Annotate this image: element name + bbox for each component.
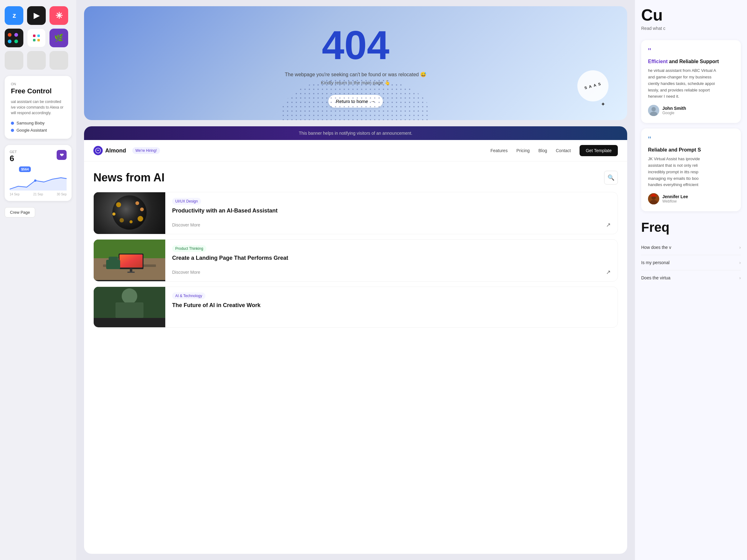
author-name-1: John Smith [662,106,686,111]
nav-features[interactable]: Features [491,148,508,153]
faq-question-2: Is my personal [641,260,670,265]
almond-nav-links: Features Pricing Blog Contact Get Templa… [491,145,618,156]
svg-point-16 [129,220,133,223]
voice-control-card: ON Free Control ual assistant can be con… [5,76,72,139]
testimonial-card-2: " Reliable and Prompt S JK Virtual Assis… [641,129,741,211]
almond-logo-icon [93,146,103,155]
blog-header-row: News from AI 🔍 [93,171,618,185]
404-card: 404 The webpage you're seeking can't be … [84,6,627,120]
svg-rect-0 [33,34,35,37]
chart-value: 6 [10,154,17,163]
blog-card-image-1 [94,192,165,234]
blog-card-image-3 [94,287,165,327]
discover-text-1: Discover More [172,222,200,228]
svg-point-14 [112,212,115,216]
blog-card-title-1: Productivity with an AI-Based Assistant [172,207,611,214]
left-panel: z ▶ ✳ 🌿 ON Free Control ual assistant ca… [0,0,76,560]
placeholder-icon-3 [50,51,68,70]
saas-text: S A A S [584,81,602,90]
faq-question-1: How does the v [641,245,671,250]
svg-rect-1 [37,34,40,37]
voice-on-label: ON [11,82,66,86]
slack-app-icon[interactable] [27,29,46,47]
saas-badge: S A A S [577,70,609,101]
svg-point-12 [120,218,124,222]
discover-text-2: Discover More [172,270,200,275]
blog-card-image-2 [94,240,165,281]
author-info-1: John Smith Google [662,106,686,115]
faq-chevron-3: › [739,275,741,280]
testimonial-author-2: Jennifer Lee Webflow [648,193,734,205]
svg-point-9 [112,195,147,230]
svg-point-31 [651,107,656,111]
svg-rect-29 [115,302,144,318]
faq-item-2[interactable]: Is my personal › [641,255,741,270]
svg-rect-2 [33,39,35,42]
faq-question-3: Does the virtua [641,275,670,280]
framer-app-icon[interactable]: ▶ [27,6,46,25]
blog-card-title-3: The Future of AI in Creative Work [172,302,611,309]
faq-chevron-1: › [739,245,741,250]
blog-search-button[interactable]: 🔍 [604,171,618,185]
author-company-1: Google [662,111,686,115]
testimonial-text-1: he virtual assistant from ABC Virtual A … [648,68,734,100]
leaf-app-icon[interactable]: 🌿 [50,29,68,47]
crew-page-button[interactable]: Crew Page [5,207,35,217]
almond-card: This banner helps in notifying visitors … [84,126,627,554]
google-assistant-item: Google Assistant [11,128,66,133]
svg-rect-3 [37,39,40,42]
svg-rect-37 [652,194,655,196]
svg-point-28 [122,288,137,304]
chart-svg [10,173,67,191]
get-template-button[interactable]: Get Template [579,145,618,156]
svg-marker-4 [10,178,67,190]
almond-logo: Almond [93,146,126,155]
right-panel: Cu Read what c " Efficient and Reliable … [635,0,747,560]
nav-pricing[interactable]: Pricing [516,148,530,153]
placeholder-icon-1 [5,51,23,70]
almond-navbar: Almond We're Hiring! Features Pricing Bl… [84,140,627,161]
blog-card-3[interactable]: AI & Technology The Future of AI in Crea… [93,287,618,328]
svg-rect-26 [109,257,118,261]
faq-chevron-2: › [739,260,741,265]
chart-dates: 14 Sep21 Sep30 Sep [10,193,67,196]
chart-section: GET 6 ❤ $564 14 Sep21 Sep30 Sep [5,145,72,201]
app-icons-grid: z ▶ ✳ 🌿 [5,6,72,70]
voice-title: Free Control [11,87,66,95]
svg-point-13 [137,216,143,221]
testimonial-text-2: JK Virtual Assist has iprovide assistant… [648,156,734,188]
right-title: Cu [641,6,741,24]
placeholder-icon-2 [27,51,46,70]
arrow-icon-2: ↗ [606,269,611,276]
chart-icon: ❤ [57,150,67,160]
svg-rect-22 [120,255,143,268]
bixby-label: Samsung Bixby [17,121,45,125]
blog-content: News from AI 🔍 [84,161,627,337]
blog-tag-2: Product Thinking [172,245,206,252]
blog-card-body-1: UI/UX Design Productivity with an AI-Bas… [165,192,618,234]
nav-contact[interactable]: Contact [556,148,571,153]
author-info-2: Jennifer Lee Webflow [662,194,688,204]
blog-card-1[interactable]: UI/UX Design Productivity with an AI-Bas… [93,192,618,234]
center-panel: 404 The webpage you're seeking can't be … [76,0,635,560]
blog-discover-2: Discover More ↗ [172,269,611,276]
blog-tag-3: AI & Technology [172,292,205,299]
asterisk-app-icon[interactable]: ✳ [50,6,68,25]
price-bubble: $564 [19,166,31,172]
arrow-icon-1: ↗ [606,221,611,229]
quote-icon-2: " [648,135,734,144]
faq-title: Freq [641,220,741,235]
zoom-app-icon[interactable]: z [5,6,23,25]
svg-point-7 [281,77,431,120]
testimonial-headline-1: Efficient and Reliable Support [648,59,734,64]
testimonial-headline-2: Reliable and Prompt S [648,147,734,153]
nav-blog[interactable]: Blog [538,148,547,153]
figma-app-icon[interactable] [5,29,23,47]
faq-item-3[interactable]: Does the virtua › [641,270,741,285]
blog-card-2[interactable]: Product Thinking Create a Landing Page T… [93,239,618,282]
testimonial-card-1: " Efficient and Reliable Support he virt… [641,40,741,123]
faq-item-1[interactable]: How does the v › [641,240,741,255]
google-label: Google Assistant [17,128,47,133]
samsung-bixby-item: Samsung Bixby [11,121,66,125]
svg-point-10 [116,202,121,207]
